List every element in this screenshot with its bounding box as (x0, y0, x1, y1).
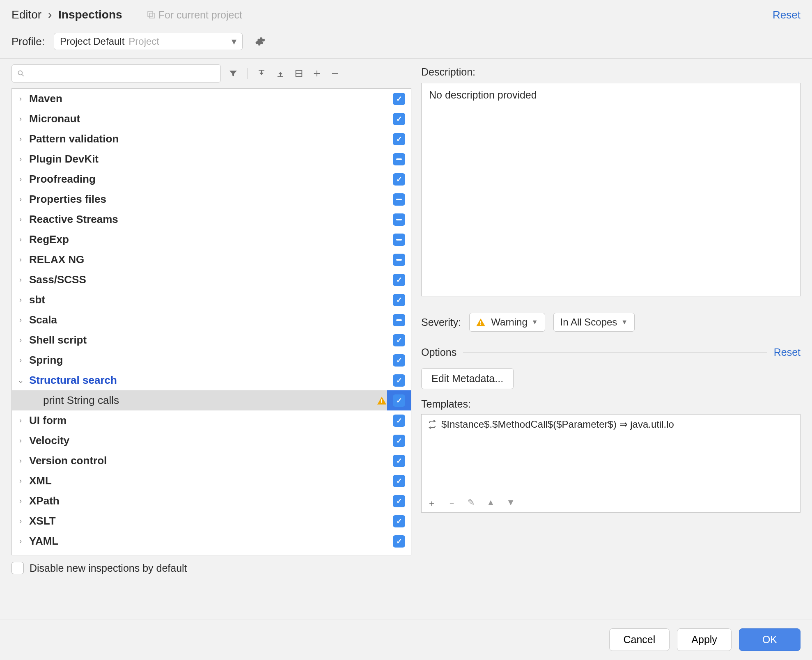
checkbox-indeterminate[interactable] (393, 254, 405, 266)
checkbox-checked[interactable] (393, 173, 405, 186)
chevron-right-icon[interactable]: › (15, 155, 26, 163)
inspections-tree[interactable]: ›Maven›Micronaut›Pattern validation›Plug… (11, 88, 411, 555)
cancel-button[interactable]: Cancel (609, 628, 670, 651)
svg-rect-1 (149, 13, 154, 18)
chevron-right-icon[interactable]: › (15, 356, 26, 364)
tree-item[interactable]: ›RegExp (12, 229, 411, 250)
tree-item[interactable]: ›Velocity (12, 431, 411, 451)
chevron-right-icon[interactable]: › (15, 497, 26, 505)
checkbox-checked[interactable] (393, 274, 405, 286)
chevron-right-icon[interactable]: › (15, 296, 26, 304)
tree-item[interactable]: ⌄Structural search (12, 370, 411, 390)
tree-item[interactable]: ›Plugin DevKit (12, 149, 411, 169)
chevron-right-icon[interactable]: › (15, 195, 26, 204)
checkbox-checked[interactable] (393, 515, 405, 527)
reset-link[interactable]: Reset (773, 9, 801, 21)
template-row[interactable]: $Instance$.$MethodCall$($Parameter$) ⇒ j… (422, 415, 800, 434)
checkbox-checked[interactable] (393, 354, 405, 367)
tree-item[interactable]: ›Reactive Streams (12, 209, 411, 229)
checkbox-checked[interactable] (393, 435, 405, 447)
template-edit-icon[interactable]: ✎ (468, 497, 475, 509)
options-reset[interactable]: Reset (774, 346, 801, 358)
tree-item[interactable]: ›Proofreading (12, 169, 411, 189)
edit-metadata-button[interactable]: Edit Metadata... (421, 368, 514, 389)
tree-item[interactable]: ›XML (12, 471, 411, 491)
tree-item[interactable]: ›Properties files (12, 189, 411, 209)
tree-item[interactable]: ›XSLT (12, 511, 411, 531)
checkbox-indeterminate[interactable] (393, 314, 405, 326)
chevron-right-icon[interactable]: › (15, 316, 26, 324)
tree-item[interactable]: ›Version control (12, 451, 411, 471)
checkbox-checked[interactable] (393, 394, 405, 407)
remove-icon[interactable] (330, 69, 339, 78)
checkbox-checked[interactable] (393, 374, 405, 387)
chevron-right-icon[interactable]: › (15, 255, 26, 264)
checkbox-unchecked[interactable] (11, 562, 24, 574)
checkbox-checked[interactable] (393, 475, 405, 487)
tree-item[interactable]: ›Pattern validation (12, 129, 411, 149)
checkbox-indeterminate[interactable] (393, 193, 405, 206)
chevron-right-icon[interactable]: › (15, 436, 26, 445)
chevron-right-icon[interactable]: › (15, 175, 26, 183)
chevron-right-icon[interactable]: › (15, 215, 26, 224)
chevron-right-icon[interactable]: › (15, 275, 26, 284)
edit-metadata-label: Edit Metadata... (431, 373, 503, 385)
tree-item[interactable]: ›sbt (12, 290, 411, 310)
tree-item[interactable]: ›Micronaut (12, 109, 411, 129)
chevron-right-icon[interactable]: › (15, 135, 26, 143)
scope-select[interactable]: In All Scopes ▼ (553, 313, 635, 332)
disable-new-inspections[interactable]: Disable new inspections by default (11, 555, 411, 574)
tree-item-label: XSLT (29, 515, 56, 527)
square-icon[interactable] (294, 69, 303, 78)
checkbox-indeterminate[interactable] (393, 234, 405, 246)
chevron-right-icon[interactable]: › (15, 456, 26, 465)
chevron-right-icon[interactable]: › (15, 477, 26, 485)
template-remove-icon[interactable]: － (447, 497, 456, 509)
tree-child-item[interactable]: print String calls (12, 390, 411, 410)
tree-item[interactable]: ›XPath (12, 491, 411, 511)
template-down-icon[interactable]: ▼ (507, 497, 515, 509)
checkbox-checked[interactable] (393, 455, 405, 467)
chevron-down-icon[interactable]: ⌄ (15, 376, 26, 385)
tree-item[interactable]: ›Sass/SCSS (12, 270, 411, 290)
collapse-all-icon[interactable] (275, 69, 285, 78)
chevron-right-icon[interactable]: › (15, 416, 26, 425)
add-icon[interactable] (312, 69, 321, 78)
checkbox-checked[interactable] (393, 535, 405, 548)
tree-item[interactable]: ›YAML (12, 531, 411, 551)
severity-select[interactable]: Warning ▼ (469, 313, 545, 332)
checkbox-checked[interactable] (393, 133, 405, 145)
filter-icon[interactable] (228, 69, 238, 78)
checkbox-indeterminate[interactable] (393, 213, 405, 226)
tree-item[interactable]: ›Spring (12, 350, 411, 370)
checkbox-checked[interactable] (393, 495, 405, 507)
tree-item[interactable]: ›Maven (12, 89, 411, 109)
checkbox-checked[interactable] (393, 334, 405, 346)
chevron-right-icon[interactable]: › (15, 517, 26, 525)
chevron-right-icon[interactable]: › (15, 537, 26, 545)
checkbox-checked[interactable] (393, 93, 405, 105)
tree-item[interactable]: ›RELAX NG (12, 250, 411, 270)
tree-item-label: YAML (29, 535, 58, 548)
tree-item[interactable]: ›Scala (12, 310, 411, 330)
ok-button[interactable]: OK (739, 628, 801, 651)
apply-button[interactable]: Apply (677, 628, 732, 651)
expand-all-icon[interactable] (257, 69, 266, 78)
profile-select[interactable]: Project Default Project ▾ (54, 33, 243, 50)
template-up-icon[interactable]: ▲ (486, 497, 495, 509)
tree-item[interactable]: ›Shell script (12, 330, 411, 350)
chevron-right-icon[interactable]: › (15, 94, 26, 103)
chevron-right-icon[interactable]: › (15, 115, 26, 123)
tree-item-label: Shell script (29, 334, 87, 346)
breadcrumb-editor[interactable]: Editor (11, 8, 41, 21)
checkbox-indeterminate[interactable] (393, 153, 405, 165)
search-input[interactable] (11, 64, 221, 82)
chevron-right-icon[interactable]: › (15, 235, 26, 244)
gear-icon[interactable] (255, 36, 266, 47)
template-add-icon[interactable]: ＋ (427, 497, 436, 509)
checkbox-checked[interactable] (393, 415, 405, 427)
checkbox-checked[interactable] (393, 294, 405, 306)
chevron-right-icon[interactable]: › (15, 336, 26, 344)
checkbox-checked[interactable] (393, 113, 405, 125)
tree-item[interactable]: ›UI form (12, 410, 411, 431)
